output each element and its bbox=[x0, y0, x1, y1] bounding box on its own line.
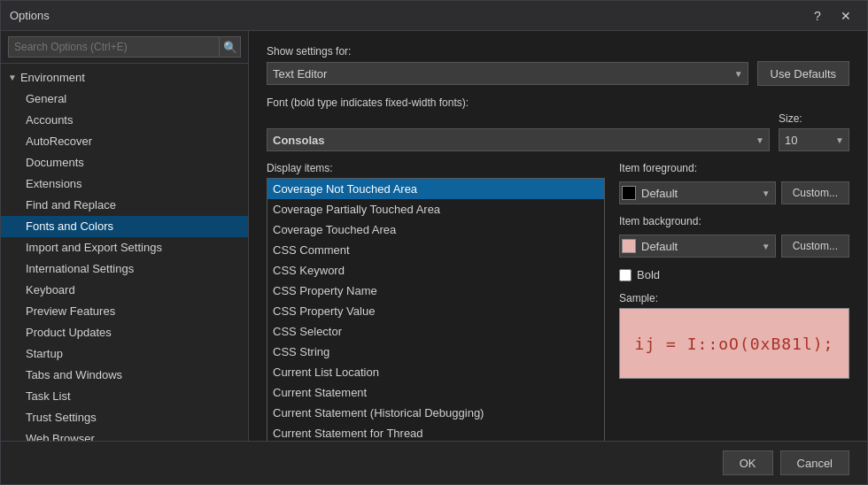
help-button[interactable]: ? bbox=[805, 6, 830, 26]
dialog-footer: OK Cancel bbox=[1, 441, 867, 484]
bold-checkbox[interactable] bbox=[619, 269, 632, 281]
tree-item-environment[interactable]: ▼ Environment bbox=[1, 67, 248, 89]
color-panel: Item foreground: Default ▼ Custom... bbox=[619, 162, 849, 441]
tree-item-preview[interactable]: Preview Features bbox=[1, 301, 248, 322]
lower-section: Display items: Coverage Not Touched Area… bbox=[267, 162, 849, 441]
right-panel: Show settings for: Text Editor ▼ Use Def… bbox=[249, 31, 867, 441]
list-item-current-list-location[interactable]: Current List Location bbox=[267, 362, 604, 382]
bold-row: Bold bbox=[619, 268, 849, 281]
tree-item-task-list[interactable]: Task List bbox=[1, 386, 248, 407]
list-item-coverage-touched[interactable]: Coverage Touched Area bbox=[267, 219, 604, 240]
tree-item-trust[interactable]: Trust Settings bbox=[1, 407, 248, 428]
close-button[interactable]: ✕ bbox=[833, 6, 858, 26]
search-icon[interactable]: 🔍 bbox=[220, 36, 241, 58]
foreground-select[interactable]: Default bbox=[619, 181, 776, 204]
tree-item-documents[interactable]: Documents bbox=[1, 152, 248, 173]
list-item-css-comment[interactable]: CSS Comment bbox=[267, 240, 604, 260]
size-select[interactable]: 10 bbox=[779, 128, 849, 151]
background-row: Item background: Default ▼ Custom... bbox=[619, 215, 849, 258]
background-label: Item background: bbox=[619, 215, 849, 227]
font-select-wrapper: Consolas ▼ bbox=[267, 128, 770, 151]
tree-item-general[interactable]: General bbox=[1, 89, 248, 110]
font-select[interactable]: Consolas bbox=[267, 128, 770, 151]
foreground-select-wrapper: Default ▼ bbox=[619, 181, 776, 204]
left-panel: 🔍 ▼ Environment General Accounts AutoRec… bbox=[1, 31, 249, 441]
list-item-current-statement[interactable]: Current Statement bbox=[267, 382, 604, 403]
environment-label: Environment bbox=[20, 69, 85, 87]
size-select-wrapper: 10 ▼ bbox=[779, 128, 849, 151]
tree-item-product-updates[interactable]: Product Updates bbox=[1, 322, 248, 343]
background-select[interactable]: Default bbox=[619, 235, 776, 258]
search-container: 🔍 bbox=[1, 31, 248, 64]
search-input[interactable] bbox=[8, 36, 220, 58]
tree-item-accounts[interactable]: Accounts bbox=[1, 110, 248, 131]
list-item-css-property-value[interactable]: CSS Property Value bbox=[267, 301, 604, 321]
tree-container: ▼ Environment General Accounts AutoRecov… bbox=[1, 64, 248, 441]
list-item-coverage-partially[interactable]: Coverage Partially Touched Area bbox=[267, 199, 604, 219]
foreground-label: Item foreground: bbox=[619, 162, 849, 174]
tree-item-find-replace[interactable]: Find and Replace bbox=[1, 195, 248, 216]
show-settings-section: Show settings for: Text Editor ▼ Use Def… bbox=[267, 45, 849, 86]
foreground-custom-button[interactable]: Custom... bbox=[781, 181, 849, 204]
show-settings-row: Text Editor ▼ Use Defaults bbox=[267, 61, 849, 86]
bold-label: Bold bbox=[637, 268, 660, 281]
use-defaults-button[interactable]: Use Defaults bbox=[757, 61, 849, 86]
display-items-list[interactable]: Coverage Not Touched Area Coverage Parti… bbox=[267, 178, 605, 441]
show-settings-select[interactable]: Text Editor bbox=[267, 62, 748, 85]
font-row: Consolas ▼ Size: 10 ▼ bbox=[267, 112, 849, 151]
options-dialog: Options ? ✕ 🔍 ▼ Environment General Acco… bbox=[0, 0, 868, 485]
list-item-css-keyword[interactable]: CSS Keyword bbox=[267, 260, 604, 281]
font-label: Font (bold type indicates fixed-width fo… bbox=[267, 96, 849, 109]
size-section: Size: 10 ▼ bbox=[779, 112, 849, 151]
tree-item-web-browser[interactable]: Web Browser bbox=[1, 428, 248, 441]
display-items-panel: Display items: Coverage Not Touched Area… bbox=[267, 162, 605, 441]
tree-item-tabs-windows[interactable]: Tabs and Windows bbox=[1, 365, 248, 386]
sample-box: ij = I::oO(0xB81l); bbox=[619, 308, 849, 379]
list-item-coverage-not-touched[interactable]: Coverage Not Touched Area bbox=[267, 179, 604, 199]
background-custom-button[interactable]: Custom... bbox=[781, 235, 849, 258]
sample-text: ij = I::oO(0xB81l); bbox=[635, 335, 834, 353]
list-item-css-string[interactable]: CSS String bbox=[267, 342, 604, 362]
tree-item-import-export[interactable]: Import and Export Settings bbox=[1, 237, 248, 258]
tree-item-extensions[interactable]: Extensions bbox=[1, 173, 248, 195]
foreground-controls: Default ▼ Custom... bbox=[619, 181, 849, 204]
list-box-wrapper: Coverage Not Touched Area Coverage Parti… bbox=[267, 178, 605, 441]
title-bar-buttons: ? ✕ bbox=[805, 6, 858, 26]
tree-item-keyboard[interactable]: Keyboard bbox=[1, 280, 248, 301]
dialog-title: Options bbox=[10, 9, 805, 22]
tree-item-autorecover[interactable]: AutoRecover bbox=[1, 131, 248, 152]
show-settings-label: Show settings for: bbox=[267, 45, 849, 58]
font-section: Font (bold type indicates fixed-width fo… bbox=[267, 96, 849, 151]
list-item-css-selector[interactable]: CSS Selector bbox=[267, 321, 604, 342]
background-controls: Default ▼ Custom... bbox=[619, 235, 849, 258]
sample-label: Sample: bbox=[619, 292, 849, 304]
foreground-row: Item foreground: Default ▼ Custom... bbox=[619, 162, 849, 204]
dialog-body: 🔍 ▼ Environment General Accounts AutoRec… bbox=[1, 31, 867, 441]
tree-item-startup[interactable]: Startup bbox=[1, 343, 248, 365]
title-bar: Options ? ✕ bbox=[1, 1, 867, 31]
cancel-button[interactable]: Cancel bbox=[780, 450, 849, 475]
list-item-css-property-name[interactable]: CSS Property Name bbox=[267, 281, 604, 301]
size-label: Size: bbox=[779, 112, 849, 125]
sample-section: Sample: ij = I::oO(0xB81l); bbox=[619, 292, 849, 379]
list-item-current-statement-historical[interactable]: Current Statement (Historical Debugging) bbox=[267, 403, 604, 423]
expand-icon: ▼ bbox=[8, 69, 17, 87]
background-select-wrapper: Default ▼ bbox=[619, 235, 776, 258]
tree-item-fonts-colors[interactable]: Fonts and Colors bbox=[1, 216, 248, 237]
show-settings-select-wrapper: Text Editor ▼ bbox=[267, 62, 748, 85]
tree-item-international[interactable]: International Settings bbox=[1, 258, 248, 280]
display-items-label: Display items: bbox=[267, 162, 605, 174]
list-item-current-statement-thread[interactable]: Current Statement for Thread bbox=[267, 423, 604, 441]
ok-button[interactable]: OK bbox=[723, 450, 773, 475]
